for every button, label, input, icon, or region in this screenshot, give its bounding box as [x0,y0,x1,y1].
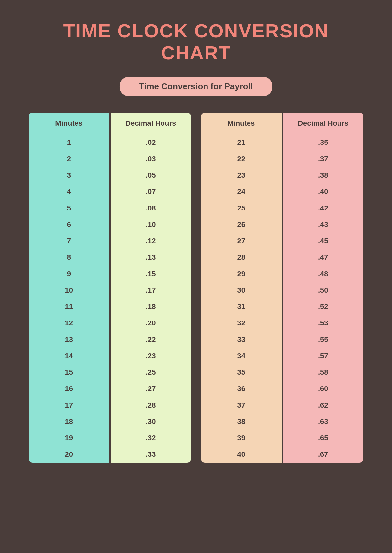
col-minutes-left: Minutes 1234567891011121314151617181920 [29,113,109,463]
table-row: 14 [29,348,109,364]
table-row: 11 [29,299,109,315]
table-row: 27 [201,233,282,249]
table-row: 20 [29,446,109,463]
table-row: 16 [29,381,109,397]
table-row: .37 [283,151,364,167]
table-row: 2 [29,151,109,167]
table-row: 26 [201,216,282,233]
col1-header: Minutes [29,113,109,134]
table-row: .20 [111,315,191,331]
table-row: .15 [111,266,191,282]
right-col-group: Minutes 21222324252627282930313233343536… [201,113,363,463]
table-row: .42 [283,200,364,216]
col3-header: Minutes [201,113,282,134]
table-row: .50 [283,282,364,299]
table-row: 39 [201,430,282,446]
table-row: .13 [111,249,191,266]
col-decimal-left: Decimal Hours .02.03.05.07.08.10.12.13.1… [111,113,191,463]
left-col-group: Minutes 1234567891011121314151617181920 … [29,113,191,463]
table-row: 13 [29,331,109,348]
table-row: .63 [283,413,364,430]
table-row: .32 [111,430,191,446]
col-minutes-right: Minutes 21222324252627282930313233343536… [201,113,282,463]
table-row: .30 [111,413,191,430]
table-row: 10 [29,282,109,299]
table-row: .08 [111,200,191,216]
table-row: .67 [283,446,364,463]
table-row: 19 [29,430,109,446]
table-row: .47 [283,249,364,266]
table-row: .60 [283,381,364,397]
table-row: 4 [29,184,109,200]
table-row: 40 [201,446,282,463]
table-row: .10 [111,216,191,233]
table-row: 9 [29,266,109,282]
table-row: 29 [201,266,282,282]
table-row: 32 [201,315,282,331]
table-row: 18 [29,413,109,430]
table-row: .57 [283,348,364,364]
table-row: 28 [201,249,282,266]
table-row: .38 [283,167,364,184]
col2-header: Decimal Hours [111,113,191,134]
table-row: .52 [283,299,364,315]
table-row: .28 [111,397,191,413]
table-row: .65 [283,430,364,446]
table-row: 33 [201,331,282,348]
conversion-table: Minutes 1234567891011121314151617181920 … [29,113,363,463]
table-row: .27 [111,381,191,397]
table-row: 35 [201,364,282,381]
table-row: 25 [201,200,282,216]
table-row: .07 [111,184,191,200]
subtitle-text: Time Conversion for Payroll [139,81,253,91]
table-row: .45 [283,233,364,249]
table-row: .53 [283,315,364,331]
table-row: .40 [283,184,364,200]
table-row: 36 [201,381,282,397]
table-row: 3 [29,167,109,184]
table-row: .12 [111,233,191,249]
table-row: .23 [111,348,191,364]
table-row: 6 [29,216,109,233]
table-row: 31 [201,299,282,315]
table-row: 24 [201,184,282,200]
table-row: .02 [111,134,191,151]
table-row: 22 [201,151,282,167]
table-row: 37 [201,397,282,413]
table-row: .22 [111,331,191,348]
table-row: .58 [283,364,364,381]
table-row: 7 [29,233,109,249]
table-row: .05 [111,167,191,184]
table-row: 15 [29,364,109,381]
table-row: 21 [201,134,282,151]
table-row: .18 [111,299,191,315]
table-row: .17 [111,282,191,299]
col4-header: Decimal Hours [283,113,364,134]
table-row: 34 [201,348,282,364]
table-row: 30 [201,282,282,299]
table-row: 5 [29,200,109,216]
table-row: 38 [201,413,282,430]
table-row: 12 [29,315,109,331]
table-row: 8 [29,249,109,266]
page-title: TIME CLOCK CONVERSION CHART [26,20,366,64]
subtitle-pill: Time Conversion for Payroll [120,77,272,96]
table-row: .55 [283,331,364,348]
table-row: .33 [111,446,191,463]
table-row: .03 [111,151,191,167]
table-row: 17 [29,397,109,413]
table-row: .43 [283,216,364,233]
table-row: 1 [29,134,109,151]
table-row: .35 [283,134,364,151]
col-decimal-right: Decimal Hours .35.37.38.40.42.43.45.47.4… [283,113,364,463]
table-row: .62 [283,397,364,413]
table-row: 23 [201,167,282,184]
table-row: .48 [283,266,364,282]
table-row: .25 [111,364,191,381]
